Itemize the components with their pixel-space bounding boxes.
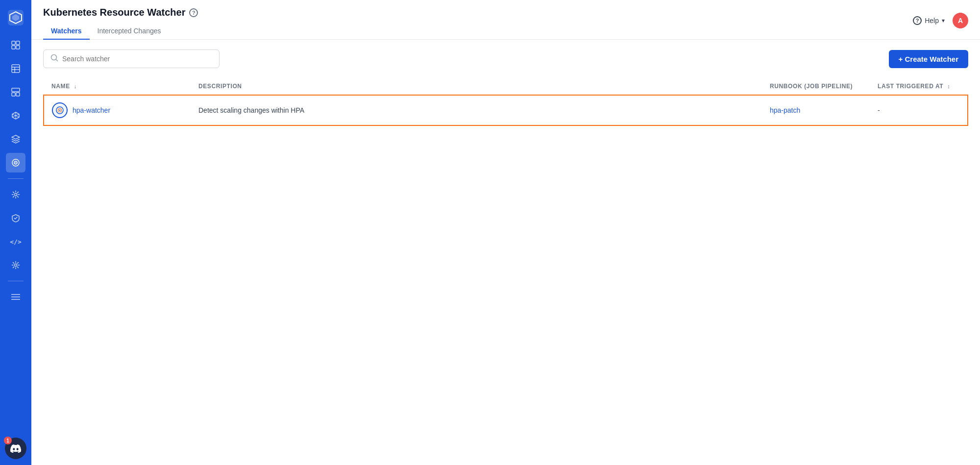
sidebar-logo[interactable]: [6, 8, 25, 27]
help-button[interactable]: ? Help ▾: [913, 16, 945, 25]
col-header-name: NAME ↓: [44, 78, 191, 95]
discord-button[interactable]: 1: [5, 438, 26, 459]
sidebar-item-code[interactable]: </>: [6, 232, 25, 251]
svg-point-16: [15, 264, 17, 267]
svg-point-20: [51, 55, 57, 60]
sidebar-item-grid[interactable]: [6, 35, 25, 55]
search-icon: [50, 54, 58, 64]
cell-name: hpa-watcher: [44, 95, 191, 125]
main-content: Kubernetes Resource Watcher ? Watchers I…: [31, 0, 980, 465]
watchers-table-container: NAME ↓ DESCRIPTION RUNBOOK (JOB PIPELINE…: [31, 78, 980, 465]
svg-rect-9: [12, 88, 20, 92]
sidebar-item-layers[interactable]: [6, 129, 25, 149]
sidebar: </> 1: [0, 0, 31, 465]
col-header-triggered: LAST TRIGGERED AT ↕: [870, 78, 968, 95]
svg-point-15: [15, 194, 17, 196]
svg-rect-2: [16, 41, 20, 45]
avatar[interactable]: A: [953, 13, 968, 28]
table-header: NAME ↓ DESCRIPTION RUNBOOK (JOB PIPELINE…: [44, 78, 968, 95]
svg-rect-1: [12, 41, 15, 45]
toolbar: + Create Watcher: [31, 40, 980, 78]
sidebar-item-table[interactable]: [6, 59, 25, 78]
svg-rect-3: [12, 46, 15, 49]
discord-badge: 1: [4, 437, 12, 444]
svg-point-14: [15, 162, 16, 163]
table-row[interactable]: hpa-watcher Detect scaling changes withi…: [44, 95, 968, 125]
watchers-table: NAME ↓ DESCRIPTION RUNBOOK (JOB PIPELINE…: [43, 78, 968, 126]
sidebar-divider-1: [8, 178, 24, 179]
sort-icon-name[interactable]: ↓: [74, 83, 77, 89]
create-watcher-button[interactable]: + Create Watcher: [889, 50, 968, 68]
cell-runbook: hpa-patch: [762, 95, 870, 125]
sidebar-item-watcher[interactable]: [6, 153, 25, 172]
search-box[interactable]: [43, 49, 220, 68]
cell-triggered: -: [870, 95, 968, 125]
svg-rect-4: [16, 46, 20, 49]
col-header-runbook: RUNBOOK (JOB PIPELINE): [762, 78, 870, 95]
sidebar-item-layout[interactable]: [6, 82, 25, 102]
header-left: Kubernetes Resource Watcher ? Watchers I…: [43, 7, 198, 39]
watcher-name-link[interactable]: hpa-watcher: [73, 106, 110, 114]
tab-intercepted-changes[interactable]: Intercepted Changes: [90, 23, 169, 40]
help-button-label: Help: [925, 17, 939, 24]
cell-description: Detect scaling changes within HPA: [191, 95, 762, 125]
sidebar-item-cube[interactable]: [6, 106, 25, 125]
sidebar-divider-2: [8, 281, 24, 281]
watcher-name-cell: hpa-watcher: [52, 102, 183, 118]
tab-watchers[interactable]: Watchers: [43, 23, 90, 40]
title-row: Kubernetes Resource Watcher ?: [43, 7, 198, 18]
watcher-icon: [52, 102, 68, 118]
header-right: ? Help ▾ A: [913, 13, 968, 33]
page-title: Kubernetes Resource Watcher: [43, 7, 185, 18]
svg-rect-10: [12, 93, 15, 96]
sort-icon-triggered[interactable]: ↕: [947, 83, 950, 89]
tab-bar: Watchers Intercepted Changes: [43, 23, 198, 39]
sidebar-item-settings2[interactable]: [6, 255, 25, 275]
sidebar-bottom: 1: [5, 434, 26, 459]
col-header-description: DESCRIPTION: [191, 78, 762, 95]
runbook-link[interactable]: hpa-patch: [770, 106, 800, 114]
svg-point-23: [59, 110, 60, 111]
table-body: hpa-watcher Detect scaling changes withi…: [44, 95, 968, 125]
svg-rect-11: [16, 93, 20, 96]
help-button-icon: ?: [913, 16, 922, 25]
title-help-icon[interactable]: ?: [189, 8, 198, 17]
search-input[interactable]: [62, 55, 212, 63]
chevron-down-icon: ▾: [942, 17, 945, 24]
page-header: Kubernetes Resource Watcher ? Watchers I…: [31, 0, 980, 40]
sidebar-item-stacks[interactable]: [6, 287, 25, 307]
sidebar-item-shield[interactable]: [6, 208, 25, 228]
sidebar-item-gear[interactable]: [6, 185, 25, 204]
svg-rect-5: [12, 65, 20, 73]
